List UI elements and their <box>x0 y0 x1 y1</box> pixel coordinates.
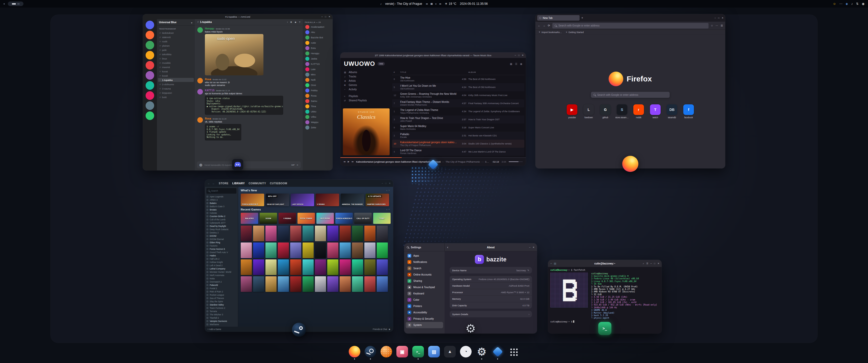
member-item[interactable]: Jaska <box>303 56 333 61</box>
armcord-app-badge[interactable] <box>232 159 244 170</box>
workspace-indicator[interactable] <box>8 1 24 6</box>
discord-titlebar[interactable]: #1-tupakka — ArmCord –□✕ <box>143 14 333 19</box>
channel-item[interactable]: #pelit <box>158 48 194 52</box>
tray-icon[interactable]: ♪ <box>851 2 852 5</box>
attach-icon[interactable]: ⊕ <box>199 163 203 167</box>
column-title[interactable]: TITLE <box>400 71 457 73</box>
channel-item[interactable]: #meemit <box>158 65 194 69</box>
member-item[interactable]: KATT1S <box>303 61 333 67</box>
library-game-item[interactable]: Risk of Rain 2 <box>207 290 237 293</box>
member-item[interactable]: Aku <box>303 30 333 35</box>
text-editor-dock-icon[interactable]: ▤ <box>428 346 440 360</box>
library-game-item[interactable]: Destiny 2 <box>207 231 237 234</box>
firefox-dock-icon[interactable] <box>349 346 360 360</box>
shortcut-tile[interactable]: f facebook <box>682 104 695 119</box>
shelf-collapse-icons[interactable]: ▲▼ <box>386 209 391 210</box>
game-cover[interactable] <box>266 259 277 275</box>
game-cover[interactable] <box>327 242 338 258</box>
media-control-button[interactable]: ◂◂ <box>426 2 428 5</box>
server-header[interactable]: Universal Blue ⌄ <box>157 19 195 26</box>
software-dock-icon[interactable]: ▣ <box>396 346 408 360</box>
game-cover[interactable] <box>327 276 338 292</box>
settings-window[interactable]: Settings ‹ About –✕ ▦ Apps ● Notificatio… <box>404 243 537 333</box>
library-search-input[interactable] <box>211 190 230 192</box>
library-game-item[interactable]: Vampire Survivors <box>207 319 237 323</box>
library-search[interactable] <box>207 188 237 194</box>
steam-dock-icon[interactable] <box>365 346 376 360</box>
game-cover[interactable] <box>266 242 277 258</box>
settings-sidebar-item[interactable]: ◎ Search <box>406 265 443 271</box>
game-cover[interactable] <box>241 276 252 292</box>
game-cover[interactable] <box>364 226 375 241</box>
music-menu-item[interactable]: ☻Artists <box>343 79 390 83</box>
steam-menu-item[interactable]: LIBRARY <box>232 182 245 185</box>
steam-menu-item[interactable]: CUTIEBOOM <box>270 182 287 185</box>
shortcut-tile[interactable]: r reddit <box>632 104 646 119</box>
weather-widget[interactable]: ☀ 19 °C <box>445 2 457 5</box>
window-control-button[interactable]: – <box>715 16 716 19</box>
server-icon[interactable] <box>146 91 154 100</box>
message-author[interactable]: Rosa <box>205 117 211 120</box>
member-item[interactable]: Samu <box>303 98 333 104</box>
bookmark-item[interactable]: ▼Import bookmarks… <box>538 31 562 34</box>
game-banner[interactable]: FORZA HORIZON 5 <box>241 194 264 206</box>
address-bar[interactable] <box>552 23 709 29</box>
member-item[interactable]: moderaattori <box>303 24 333 30</box>
music-menu-item[interactable]: ◔Activity <box>343 87 390 92</box>
game-cover[interactable] <box>352 242 363 258</box>
game-cover[interactable] <box>303 242 314 258</box>
channel-item[interactable]: #3-sauna <box>158 87 194 91</box>
recent-game-tile[interactable]: BALATRO <box>241 213 258 224</box>
server-icon[interactable] <box>146 51 154 60</box>
view-icon[interactable]: ▦ <box>510 63 512 65</box>
bookmark-item[interactable]: ➤Getting Started <box>566 31 584 34</box>
game-banner[interactable]: 80% OFF DEAD BY DAYLIGHT <box>266 194 289 206</box>
library-game-item[interactable]: Cult of the Lamb <box>207 218 237 221</box>
music-menu-item[interactable]: ✱Genres <box>343 83 390 87</box>
history-arrow-button[interactable]: → <box>212 182 215 185</box>
member-item[interactable]: cutie <box>303 40 333 45</box>
channel-item[interactable]: #2-olohuone <box>158 82 194 86</box>
header-icon[interactable]: ▦ <box>554 262 556 265</box>
track-row[interactable]: 10 Kaksoiskertaiset jungleraat georges s… <box>392 140 524 148</box>
library-game-item[interactable]: Balatro <box>207 201 237 205</box>
search-icon[interactable] <box>407 246 409 248</box>
library-game-item[interactable]: Baldur's Gate 3 <box>207 205 237 208</box>
app-grid-dock-icon[interactable] <box>508 346 519 360</box>
game-cover[interactable] <box>253 226 264 241</box>
window-control-button[interactable]: ☰ <box>646 262 648 265</box>
game-cover[interactable] <box>315 226 326 241</box>
code-block[interactable]: $ uname -r 6.8.7-301.fsync.fc40.x86_64 $… <box>205 124 241 140</box>
shortcut-tile[interactable]: L lowdown <box>582 104 595 119</box>
window-control-button[interactable]: ✕ <box>722 16 723 19</box>
channel-item[interactable]: #linux <box>158 57 194 61</box>
game-cover[interactable] <box>303 276 314 292</box>
library-game-item[interactable]: Cyberpunk 2077 <box>207 221 237 224</box>
settings-sidebar-item[interactable]: ⇄ Sharing <box>406 278 443 284</box>
server-icon[interactable] <box>146 21 154 29</box>
track-row[interactable]: 2 PalladioEscala 2:31 Het Beste van Klas… <box>392 132 524 140</box>
media-control-button[interactable]: ▸▸ <box>439 2 441 5</box>
new-tab-button[interactable]: + <box>581 16 583 20</box>
library-game-item[interactable]: Terraria <box>207 309 237 313</box>
track-row[interactable]: 12 Green Greens – Roaming Through the Ne… <box>392 91 524 99</box>
tauon-app-badge[interactable] <box>428 159 438 170</box>
input-icon[interactable]: GIF <box>291 164 294 166</box>
music-menu-item[interactable]: ▦Albums <box>343 70 390 74</box>
window-control-button[interactable]: ⌕ <box>643 262 644 265</box>
library-game-item[interactable]: Monster Hunter: World <box>207 270 237 273</box>
game-cover[interactable] <box>352 226 363 241</box>
library-game-item[interactable]: Stardew Valley <box>207 303 237 306</box>
window-control-button[interactable]: ✕ <box>522 54 524 57</box>
library-game-item[interactable]: Grand Theft Auto V <box>207 251 237 254</box>
window-control-button[interactable]: □ <box>518 54 520 57</box>
server-icon[interactable] <box>146 71 154 80</box>
settings-sidebar-item[interactable]: ✚ Accessibility <box>406 309 443 316</box>
game-cover[interactable] <box>241 259 252 275</box>
message-input-bar[interactable]: ⊕ GIF☺ <box>197 161 301 168</box>
game-cover[interactable] <box>364 259 375 275</box>
settings-sidebar-item[interactable]: ▤ Printers <box>406 303 443 309</box>
toolbar-icon[interactable]: ? <box>299 21 300 24</box>
game-cover[interactable] <box>340 276 351 292</box>
member-item[interactable]: Wappu <box>303 120 333 125</box>
